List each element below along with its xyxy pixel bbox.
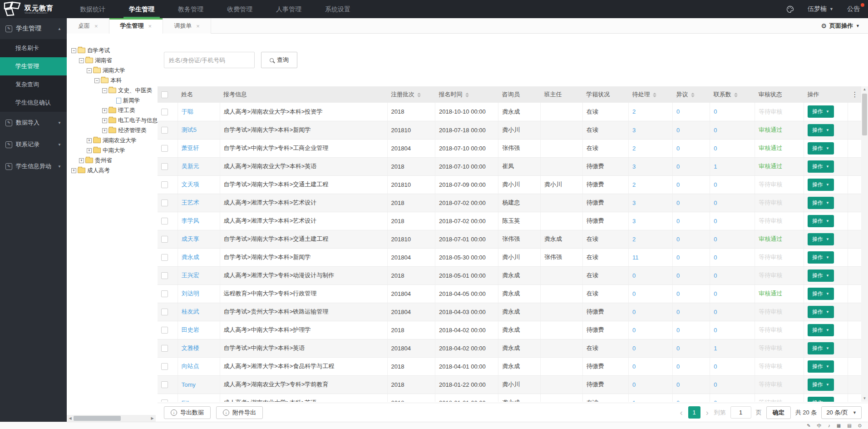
row-action-button[interactable]: 操作▼ xyxy=(808,342,834,354)
sidebar-group-student-info-change[interactable]: ✎学生信息异动▼ xyxy=(0,155,67,177)
row-checkbox[interactable] xyxy=(161,254,168,261)
contacts-count-link[interactable]: 0 xyxy=(710,230,755,248)
page-actions-button[interactable]: ⚙ 页面操作 ▼ xyxy=(813,18,868,33)
theme-palette-icon[interactable] xyxy=(786,5,794,13)
pending-count-link[interactable]: 0 xyxy=(629,357,673,375)
pending-count-link[interactable]: 3 xyxy=(629,157,673,175)
contacts-count-link[interactable]: 0 xyxy=(710,321,755,339)
row-action-button[interactable]: 操作▼ xyxy=(808,215,834,227)
scrollbar-thumb[interactable] xyxy=(74,416,121,421)
contacts-count-link[interactable]: 0 xyxy=(710,284,755,303)
row-checkbox[interactable] xyxy=(161,399,168,402)
row-checkbox[interactable] xyxy=(161,145,168,152)
nav-item-fee-management[interactable]: 收费管理 xyxy=(215,0,264,18)
tree-node-label[interactable]: 文史、中医类 xyxy=(118,87,152,95)
tree-node-label[interactable]: 中南大学 xyxy=(103,147,125,155)
notes-tray-icon[interactable]: ▤ xyxy=(847,423,851,429)
user-menu[interactable]: 伍梦楠 ▼ xyxy=(808,5,833,13)
sort-icon[interactable] xyxy=(691,93,695,97)
ime-tray-icon[interactable]: 中 xyxy=(817,423,822,429)
student-name-link[interactable]: Tomy xyxy=(178,375,220,394)
pen-tray-icon[interactable]: ✎ xyxy=(807,423,810,429)
pending-count-link[interactable]: 2 xyxy=(629,230,673,248)
row-action-button[interactable]: 操作▼ xyxy=(808,124,834,136)
row-checkbox[interactable] xyxy=(161,218,168,224)
pending-count-link[interactable]: 0 xyxy=(629,339,673,357)
row-action-button[interactable]: 操作▼ xyxy=(808,197,834,209)
objection-count-link[interactable]: 0 xyxy=(673,194,710,212)
contacts-count-link[interactable]: 0 xyxy=(710,303,755,321)
expand-icon[interactable]: + xyxy=(87,138,92,143)
row-action-button[interactable]: 操作▼ xyxy=(808,397,834,402)
pending-count-link[interactable]: 2 xyxy=(629,103,673,121)
student-name-link[interactable]: 刘达明 xyxy=(178,284,220,303)
expand-icon[interactable]: + xyxy=(102,108,107,113)
contacts-count-link[interactable]: 0 xyxy=(710,357,755,375)
pending-count-link[interactable]: 1 xyxy=(629,394,673,402)
row-checkbox[interactable] xyxy=(161,200,168,206)
pending-count-link[interactable]: 0 xyxy=(629,266,673,284)
student-name-link[interactable]: 成天享 xyxy=(178,230,220,248)
sidebar-item-complex-query[interactable]: 复杂查询 xyxy=(0,75,67,94)
sort-icon[interactable] xyxy=(417,93,421,97)
objection-count-link[interactable]: 0 xyxy=(673,375,710,394)
row-checkbox[interactable] xyxy=(161,345,168,352)
sidebar-item-registration-card[interactable]: 报名刷卡 xyxy=(0,39,67,57)
column-header-batch[interactable]: 注册批次 xyxy=(387,86,435,103)
display-tray-icon[interactable]: ▦ xyxy=(837,423,841,429)
expand-icon[interactable]: + xyxy=(102,118,107,123)
tree-node-label[interactable]: 新闻学 xyxy=(123,97,140,105)
column-header-contacts[interactable]: 联系数 xyxy=(710,86,755,103)
student-name-link[interactable]: 王艺术 xyxy=(178,194,220,212)
tree-node-label[interactable]: 本科 xyxy=(110,77,122,85)
row-checkbox[interactable] xyxy=(161,327,168,334)
contacts-count-link[interactable]: 1 xyxy=(710,157,755,175)
row-action-button[interactable]: 操作▼ xyxy=(808,379,834,391)
row-action-button[interactable]: 操作▼ xyxy=(808,251,834,264)
prev-page-icon[interactable]: ‹ xyxy=(679,409,684,417)
expand-icon[interactable]: + xyxy=(79,158,84,163)
student-name-link[interactable]: 吴新元 xyxy=(178,157,220,175)
student-name-link[interactable]: 于聪 xyxy=(178,103,220,121)
pending-count-link[interactable]: 3 xyxy=(629,212,673,230)
tab-student-management[interactable]: 学生管理× xyxy=(109,18,163,34)
next-page-icon[interactable]: › xyxy=(705,409,710,417)
objection-count-link[interactable]: 0 xyxy=(673,157,710,175)
objection-count-link[interactable]: 0 xyxy=(673,212,710,230)
objection-count-link[interactable]: 0 xyxy=(673,266,710,284)
objection-count-link[interactable]: 0 xyxy=(673,121,710,139)
scroll-left-icon[interactable]: ◀ xyxy=(67,416,74,420)
row-checkbox[interactable] xyxy=(161,381,168,388)
tree-node-label[interactable]: 湖南农业大学 xyxy=(103,137,137,145)
row-action-button[interactable]: 操作▼ xyxy=(808,160,834,173)
search-input[interactable] xyxy=(164,52,255,68)
student-name-link[interactable]: 文雅楼 xyxy=(178,339,220,357)
tree-node-label[interactable]: 成人高考 xyxy=(87,167,110,175)
student-name-link[interactable]: 向站点 xyxy=(178,357,220,375)
objection-count-link[interactable]: 0 xyxy=(673,103,710,121)
tree-node-label[interactable]: 贵州省 xyxy=(95,157,112,165)
student-name-link[interactable]: 田史岩 xyxy=(178,321,220,339)
expand-icon[interactable]: + xyxy=(71,168,76,173)
objection-count-link[interactable]: 0 xyxy=(673,357,710,375)
row-action-button[interactable]: 操作▼ xyxy=(808,233,834,245)
contacts-count-link[interactable]: 0 xyxy=(710,248,755,266)
pending-count-link[interactable]: 0 xyxy=(629,303,673,321)
row-checkbox[interactable] xyxy=(161,272,168,279)
table-vertical-scrollbar[interactable]: ▲ ▼ xyxy=(861,86,868,402)
objection-count-link[interactable]: 0 xyxy=(673,139,710,157)
row-action-button[interactable]: 操作▼ xyxy=(808,288,834,300)
scrollbar-thumb[interactable] xyxy=(862,94,867,135)
objection-count-link[interactable]: 0 xyxy=(673,321,710,339)
pending-count-link[interactable]: 2 xyxy=(629,175,673,194)
contacts-count-link[interactable]: 0 xyxy=(710,139,755,157)
contacts-count-link[interactable]: 0 xyxy=(710,194,755,212)
sidebar-group-contact-records[interactable]: ✎联系记录▼ xyxy=(0,134,67,155)
row-action-button[interactable]: 操作▼ xyxy=(808,142,834,155)
sort-icon[interactable] xyxy=(734,93,738,97)
collapse-icon[interactable]: − xyxy=(79,58,84,63)
row-action-button[interactable]: 操作▼ xyxy=(808,179,834,191)
row-action-button[interactable]: 操作▼ xyxy=(808,360,834,373)
close-icon[interactable]: × xyxy=(148,23,152,30)
student-name-link[interactable]: 李学风 xyxy=(178,212,220,230)
